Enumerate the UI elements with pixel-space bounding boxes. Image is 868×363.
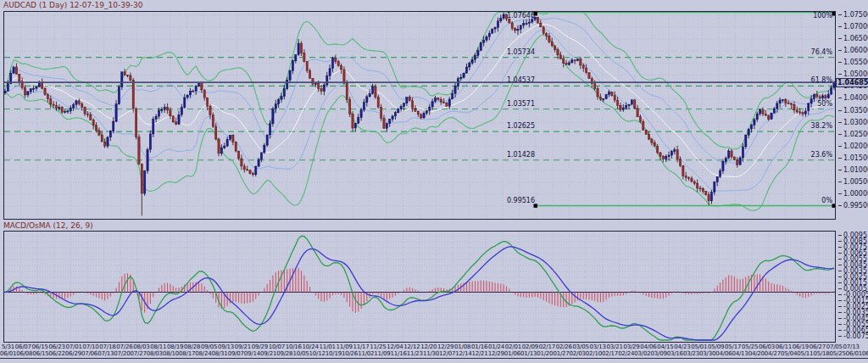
candlestick-chart-canvas[interactable]	[4, 12, 835, 219]
date-label: 03/21	[606, 343, 622, 350]
date-label: 05/18	[813, 350, 829, 357]
date-label: 09/13	[218, 343, 234, 350]
date-label: 02/09	[522, 343, 538, 350]
macd-value-axis: 0.00950.00850.00750.00650.00550.00450.00…	[838, 231, 867, 343]
date-label: 06/19	[793, 343, 809, 350]
date-label: 06/15	[32, 350, 48, 357]
date-label: 01/13	[520, 350, 537, 357]
date-label: 02/01	[505, 343, 521, 350]
fib-anchor-square	[832, 12, 836, 16]
macd-indicator-pane[interactable]	[3, 231, 836, 343]
price-tick-label: 1.02500	[838, 131, 868, 138]
date-label: 01/27	[553, 350, 569, 357]
fib-anchor-square	[534, 204, 538, 208]
date-label: 12/20	[420, 343, 437, 350]
date-label: 10/05	[292, 350, 309, 357]
date-label: 09/29	[252, 343, 268, 350]
date-label: 06/22	[49, 350, 65, 357]
date-label: 12/04	[387, 343, 403, 350]
date-label: 09/14	[244, 350, 260, 357]
date-label: 10/16	[286, 343, 302, 350]
date-label: 11/09	[336, 343, 352, 350]
date-label: 05/01	[691, 343, 707, 350]
date-label: 08/03	[133, 343, 149, 350]
date-label: 01/06	[504, 350, 520, 357]
date-label: 04/06	[640, 343, 656, 350]
date-label: 12/29	[488, 350, 504, 357]
date-label: 07/20	[114, 350, 130, 357]
date-label: 10/26	[342, 350, 358, 357]
date-label: 02/26	[556, 343, 572, 350]
price-tick-label: 1.05000	[838, 71, 868, 78]
date-label: 05/25	[830, 350, 846, 357]
date-label: 11/17	[353, 343, 369, 350]
date-label: 03/30	[699, 350, 715, 357]
date-label: 02/10	[586, 350, 602, 357]
date-label: 02/03	[570, 350, 586, 357]
date-label: 11/30	[423, 350, 439, 357]
price-tick-label: 1.00500	[838, 179, 868, 186]
date-label: 06/27	[810, 343, 826, 350]
date-label: 09/21	[260, 350, 276, 357]
fibonacci-anchor-lines	[534, 12, 836, 208]
macd-tick-label: -0.0075	[838, 333, 868, 340]
date-label: 03/05	[573, 343, 589, 350]
main-grid	[4, 12, 835, 219]
date-label: 05/04	[781, 350, 797, 357]
price-tick-label: 1.06500	[838, 36, 868, 42]
bottom-border-rule	[0, 358, 868, 359]
date-label: 07/13	[843, 343, 860, 350]
date-label: 08/24	[195, 350, 211, 357]
macd-grid	[4, 232, 835, 342]
date-label: 02/17	[602, 350, 618, 357]
date-label: 05/25	[742, 343, 758, 350]
date-label: 07/13	[97, 350, 114, 357]
price-tick-label: 1.06000	[838, 47, 868, 54]
date-label: 04/06	[715, 350, 732, 357]
date-label: 08/10	[163, 350, 179, 357]
price-tick-label: 0.99500	[838, 203, 868, 209]
date-label: 09/05	[201, 343, 217, 350]
price-tick-label: 1.04000	[838, 95, 868, 102]
date-label: 07/06	[81, 350, 97, 357]
price-tick-label: 1.05500	[838, 59, 868, 66]
date-label: 07/27	[131, 350, 147, 357]
main-chart-pane[interactable]: 1.07646100%1.0573476.4%1.0453761.8%1.035…	[3, 11, 836, 220]
date-label: 11/01	[320, 343, 336, 350]
date-label: 09/07	[228, 350, 244, 357]
fib-anchor-square	[534, 12, 538, 16]
date-label: 06/01	[846, 350, 862, 357]
date-label: 03/13	[590, 343, 606, 350]
price-tick-label: 1.01500	[838, 155, 868, 162]
macd-title: MACD/OsMA (12, 26, 9)	[0, 221, 868, 231]
date-label: 02/17	[539, 343, 555, 350]
date-label: 07/10	[82, 343, 98, 350]
date-label: 11/25	[370, 343, 386, 350]
date-label: 11/23	[407, 350, 423, 357]
date-label: 06/15	[32, 343, 48, 350]
date-label: 12/07	[439, 350, 455, 357]
date-label: 08/17	[179, 350, 195, 357]
date-label: 07/26	[116, 343, 132, 350]
date-label: 03/16	[667, 350, 683, 357]
date-label: 05/09	[708, 343, 724, 350]
fib-anchor-square	[832, 204, 836, 208]
date-label: 12/21	[471, 350, 487, 357]
date-label: 06/08	[862, 350, 868, 357]
date-label: 01/16	[471, 343, 487, 350]
sma20-midline	[5, 25, 834, 177]
date-label: 06/08	[16, 350, 32, 357]
date-label: 01/24	[488, 343, 504, 350]
date-label: 06/29	[65, 350, 81, 357]
price-axis: 1.075001.070001.065001.060001.055001.050…	[838, 11, 867, 220]
macd-chart-canvas[interactable]	[4, 232, 835, 342]
date-axis-row-2: 06/0106/0806/1506/2206/2907/0607/1307/20…	[0, 350, 864, 357]
date-axis-row-1: 5/3106/0706/1506/2307/0107/1007/1807/260…	[2, 343, 860, 350]
date-label: 08/11	[150, 343, 166, 350]
chart-title: AUDCAD (1 Day) 12-07-19_10-39-30	[0, 1, 868, 10]
date-label: 03/09	[651, 350, 667, 357]
date-label: 04/20	[748, 350, 765, 357]
date-label: 08/28	[184, 343, 200, 350]
date-label: 12/29	[437, 343, 453, 350]
date-label: 07/01	[65, 343, 81, 350]
